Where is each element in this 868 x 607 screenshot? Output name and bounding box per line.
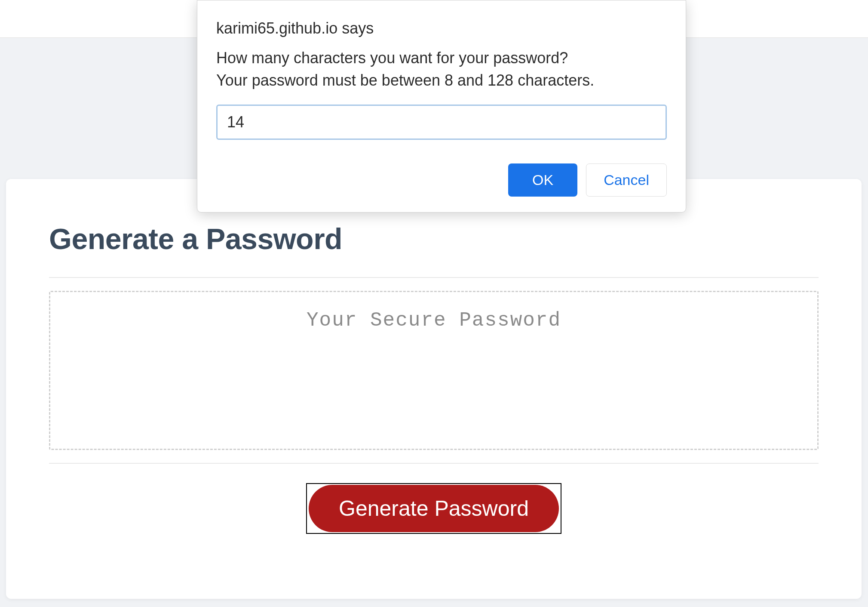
divider-top [49, 277, 819, 278]
dialog-message-text: How many characters you want for your pa… [216, 47, 667, 92]
password-placeholder-text: Your Secure Password [67, 309, 800, 332]
prompt-input[interactable] [216, 105, 667, 140]
cancel-button[interactable]: Cancel [586, 163, 667, 197]
divider-bottom [49, 463, 819, 464]
password-output-box: Your Secure Password [49, 291, 819, 450]
generate-button-focus-ring: Generate Password [306, 483, 561, 534]
ok-button[interactable]: OK [508, 163, 577, 197]
dialog-origin-text: karimi65.github.io says [216, 19, 667, 37]
password-generator-card: Generate a Password Your Secure Password… [6, 179, 862, 599]
generate-password-button[interactable]: Generate Password [309, 485, 559, 532]
dialog-button-row: OK Cancel [216, 163, 667, 197]
javascript-prompt-dialog: karimi65.github.io says How many charact… [197, 0, 686, 213]
generate-button-container: Generate Password [49, 483, 819, 534]
page-title: Generate a Password [49, 222, 819, 256]
